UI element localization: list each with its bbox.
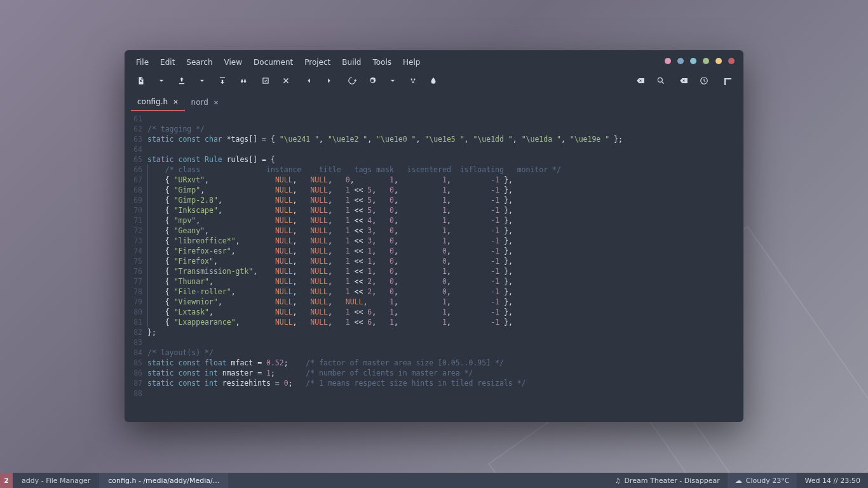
code-line[interactable]: { "Firefox", NULL, NULL, 1 << 1, 0, 0, -… bbox=[147, 256, 743, 266]
chevron-down-icon[interactable] bbox=[197, 76, 207, 86]
taskbar-window-item[interactable]: addy - File Manager bbox=[13, 473, 99, 488]
save-icon[interactable] bbox=[217, 76, 227, 86]
editor-area[interactable]: 6162636465666768697071727374757677787980… bbox=[125, 111, 743, 422]
code-line[interactable]: { "Thunar", NULL, NULL, 1 << 2, 0, 0, -1… bbox=[147, 276, 743, 287]
code-line[interactable] bbox=[147, 337, 743, 348]
line-number: 64 bbox=[125, 144, 142, 154]
line-number: 68 bbox=[125, 185, 142, 195]
dot-red[interactable] bbox=[728, 58, 735, 64]
code-line[interactable]: static const float mfact = 0.52; /* fact… bbox=[147, 358, 743, 368]
line-number: 84 bbox=[125, 348, 142, 358]
code-line[interactable]: /* class instance title tags mask iscent… bbox=[147, 165, 743, 175]
line-number: 86 bbox=[125, 368, 142, 378]
color-icon[interactable] bbox=[428, 76, 438, 86]
dot-yellow[interactable] bbox=[715, 58, 722, 64]
svg-point-4 bbox=[658, 78, 662, 82]
dot-green[interactable] bbox=[703, 58, 709, 64]
backspace-icon[interactable] bbox=[679, 76, 689, 86]
code-line[interactable]: { "File-roller", NULL, NULL, 1 << 2, 0, … bbox=[147, 287, 743, 297]
tab-nord[interactable]: nord✕ bbox=[185, 93, 226, 111]
line-number: 70 bbox=[125, 205, 142, 215]
line-number: 69 bbox=[125, 195, 142, 205]
line-number: 75 bbox=[125, 256, 142, 266]
music-widget[interactable]: ♫ Dream Theater - Disappear bbox=[607, 473, 728, 488]
close-tab-icon[interactable]: ✕ bbox=[214, 99, 219, 106]
back-icon[interactable] bbox=[304, 76, 314, 86]
datetime-label: Wed 14 // 23:50 bbox=[804, 477, 860, 485]
code-line[interactable]: static const Rule rules[] = { bbox=[147, 154, 743, 165]
code-line[interactable] bbox=[147, 144, 743, 154]
line-gutter: 6162636465666768697071727374757677787980… bbox=[125, 114, 147, 422]
code-line[interactable]: { "Gimp-2.8", NULL, NULL, 1 << 5, 0, 1, … bbox=[147, 195, 743, 205]
music-label: Dream Theater - Disappear bbox=[625, 477, 720, 485]
editor-window: FileEditSearchViewDocumentProjectBuildTo… bbox=[125, 50, 743, 422]
menu-file[interactable]: File bbox=[136, 58, 149, 67]
build-icon[interactable] bbox=[347, 76, 357, 86]
chevron-down-icon[interactable] bbox=[156, 76, 166, 86]
new-file-icon[interactable] bbox=[136, 76, 146, 86]
chevron-down-icon[interactable] bbox=[388, 76, 398, 86]
code-line[interactable]: /* tagging */ bbox=[147, 124, 743, 134]
forward-icon[interactable] bbox=[324, 76, 334, 86]
line-number: 77 bbox=[125, 276, 142, 287]
code-line[interactable]: static const char *tags[] = { "\ue241 ",… bbox=[147, 134, 743, 144]
code-content[interactable]: /* tagging */static const char *tags[] =… bbox=[147, 114, 743, 422]
line-number: 66 bbox=[125, 165, 142, 175]
code-line[interactable]: { "Transmission-gtk", NULL, NULL, 1 << 1… bbox=[147, 266, 743, 276]
dot-teal[interactable] bbox=[690, 58, 696, 64]
tab-bar: config.h✕nord✕ bbox=[125, 91, 743, 111]
code-line[interactable] bbox=[147, 114, 743, 124]
code-line[interactable]: { "Lxtask", NULL, NULL, 1 << 6, 1, 1, -1… bbox=[147, 307, 743, 317]
open-icon[interactable] bbox=[177, 76, 187, 86]
menu-tools[interactable]: Tools bbox=[372, 58, 391, 67]
close-tab-icon[interactable]: ✕ bbox=[173, 98, 178, 105]
dot-pink[interactable] bbox=[665, 58, 671, 64]
close-icon[interactable] bbox=[281, 76, 291, 86]
line-number: 71 bbox=[125, 215, 142, 226]
run-icon[interactable] bbox=[408, 76, 418, 86]
code-line[interactable]: { "URxvt", NULL, NULL, 0, 1, 1, -1 }, bbox=[147, 175, 743, 185]
code-line[interactable]: { "Lxappearance", NULL, NULL, 1 << 6, 1,… bbox=[147, 317, 743, 327]
search-icon[interactable] bbox=[656, 76, 666, 86]
gear-icon[interactable] bbox=[367, 76, 377, 86]
weather-widget[interactable]: ☁ Cloudy 23°C bbox=[728, 473, 797, 488]
svg-point-1 bbox=[411, 79, 412, 80]
line-number: 67 bbox=[125, 175, 142, 185]
tab-label: nord bbox=[191, 98, 208, 107]
reload-icon[interactable] bbox=[261, 76, 271, 86]
menu-edit[interactable]: Edit bbox=[160, 58, 175, 67]
taskbar-window-item[interactable]: config.h - /media/addy/Media/... bbox=[99, 473, 228, 488]
menu-help[interactable]: Help bbox=[403, 58, 420, 67]
code-line[interactable]: { "Gimp", NULL, NULL, 1 << 5, 0, 1, -1 }… bbox=[147, 185, 743, 195]
tab-config-h[interactable]: config.h✕ bbox=[131, 93, 185, 111]
code-line[interactable]: { "libreoffice*", NULL, NULL, 1 << 3, 0,… bbox=[147, 236, 743, 246]
taskbar: 2 addy - File Managerconfig.h - /media/a… bbox=[0, 473, 868, 488]
code-line[interactable]: }; bbox=[147, 327, 743, 337]
line-number: 81 bbox=[125, 317, 142, 327]
code-line[interactable]: { "Geany", NULL, NULL, 1 << 3, 0, 1, -1 … bbox=[147, 226, 743, 236]
menu-build[interactable]: Build bbox=[342, 58, 361, 67]
code-line[interactable]: static const int resizehints = 0; /* 1 m… bbox=[147, 378, 743, 388]
line-number: 78 bbox=[125, 287, 142, 297]
menu-search[interactable]: Search bbox=[186, 58, 212, 67]
line-number: 62 bbox=[125, 124, 142, 134]
clock-widget[interactable]: Wed 14 // 23:50 bbox=[797, 473, 868, 488]
code-line[interactable]: { "Viewnior", NULL, NULL, NULL, 1, 1, -1… bbox=[147, 297, 743, 307]
line-number: 63 bbox=[125, 134, 142, 144]
code-line[interactable]: { "Inkscape", NULL, NULL, 1 << 5, 0, 1, … bbox=[147, 205, 743, 215]
menu-project[interactable]: Project bbox=[304, 58, 330, 67]
backspace-icon[interactable] bbox=[635, 76, 646, 86]
menu-document[interactable]: Document bbox=[254, 58, 293, 67]
code-line[interactable] bbox=[147, 388, 743, 398]
goto-icon[interactable] bbox=[699, 76, 709, 86]
dot-blue[interactable] bbox=[677, 58, 684, 64]
code-line[interactable]: /* layout(s) */ bbox=[147, 348, 743, 358]
menu-view[interactable]: View bbox=[224, 58, 242, 67]
exit-icon[interactable] bbox=[722, 76, 732, 86]
save-all-icon[interactable] bbox=[238, 76, 248, 86]
code-line[interactable]: { "Firefox-esr", NULL, NULL, 1 << 1, 0, … bbox=[147, 246, 743, 256]
workspace-indicator[interactable]: 2 bbox=[0, 473, 13, 488]
line-number: 72 bbox=[125, 226, 142, 236]
code-line[interactable]: { "mpv", NULL, NULL, 1 << 4, 0, 1, -1 }, bbox=[147, 215, 743, 226]
code-line[interactable]: static const int nmaster = 1; /* number … bbox=[147, 368, 743, 378]
